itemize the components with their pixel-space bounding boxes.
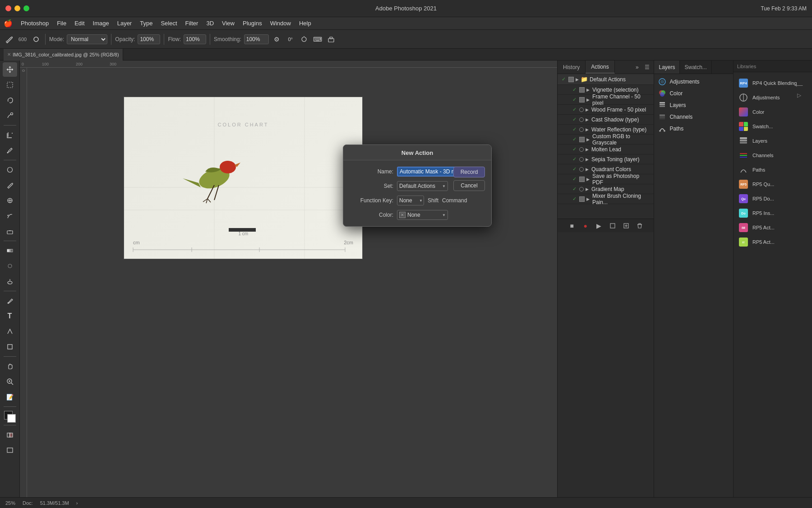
menu-window[interactable]: Window [267, 19, 295, 28]
close-button[interactable] [5, 5, 11, 11]
menu-type[interactable]: Type [136, 19, 156, 28]
create-set-btn[interactable] [608, 221, 618, 231]
menu-filter[interactable]: Filter [182, 19, 202, 28]
record-button[interactable]: Record [453, 167, 485, 177]
lasso-tool[interactable] [3, 93, 17, 107]
nav-icon-2[interactable]: ▷ [795, 91, 803, 99]
stop-recording-btn[interactable]: ■ [567, 221, 577, 231]
lib-rp5-act[interactable]: rr RP5 Act... [734, 235, 812, 249]
color-select-display[interactable]: ✕ None ▼ [397, 210, 448, 220]
menu-image[interactable]: Image [89, 19, 113, 28]
actions-tab[interactable]: Actions [586, 61, 614, 74]
eraser-tool[interactable] [3, 224, 17, 238]
clone-stamp-tool[interactable] [3, 193, 17, 208]
canvas-image-container[interactable]: COLOR CHART [124, 97, 363, 259]
menu-plugins[interactable]: Plugins [239, 19, 266, 28]
lib-paths[interactable]: Paths [734, 163, 812, 177]
action-frame-channel[interactable]: ✓ ▶ Frame Channel - 50 pixel [558, 95, 654, 105]
action-mixer-brush[interactable]: ✓ ▶ Mixer Brush Cloning Pain... [558, 194, 654, 204]
pen-tool[interactable] [3, 294, 17, 308]
path-select-tool[interactable] [3, 324, 17, 339]
action-molten-lead[interactable]: ✓ ▶ Molten Lead [558, 144, 654, 154]
lib-color[interactable]: Color [734, 105, 812, 119]
marquee-tool[interactable] [3, 78, 17, 92]
zoom-tool[interactable] [3, 374, 17, 389]
action-sepia-toning[interactable]: ✓ ▶ Sepia Toning (layer) [558, 154, 654, 164]
type-tool[interactable]: T [3, 309, 17, 323]
symmetry-btn[interactable]: ⌨ [312, 34, 323, 45]
lib-layers[interactable]: Layers [734, 134, 812, 148]
document-tab[interactable]: ✕ IMG_3816_color_calibrated.jpg @ 25% (R… [4, 49, 123, 61]
settings-btn[interactable]: ⚙ [272, 34, 282, 45]
layers-tab[interactable]: Layers [654, 61, 680, 74]
lib-rp5-ra[interactable]: RP5 RP5 Qu... [734, 177, 812, 191]
set-select[interactable]: Default Actions [397, 181, 448, 191]
lib-rp5-ins[interactable]: iM RP5 Act... [734, 220, 812, 235]
action-set-default[interactable]: ✓ ▶ 📁 Default Actions [558, 74, 654, 85]
action-custom-rgb[interactable]: ✓ ▶ Custom RGB to Grayscale [558, 135, 654, 144]
menu-photoshop[interactable]: Photoshop [17, 19, 52, 28]
layers-panel-item[interactable]: Layers [654, 99, 733, 111]
history-tab[interactable]: History [558, 61, 586, 74]
airbrush-btn[interactable] [299, 34, 309, 45]
smoothing-input[interactable] [244, 34, 269, 44]
action-cast-shadow[interactable]: ✓ ▶ Cast Shadow (type) [558, 115, 654, 125]
quick-mask-btn[interactable] [3, 428, 17, 442]
tab-close-icon[interactable]: ✕ [7, 52, 11, 57]
quick-select-tool[interactable] [3, 108, 17, 123]
notes-tool[interactable]: 📝 [3, 390, 17, 404]
lib-channels[interactable]: Channels [734, 148, 812, 163]
color-panel-item[interactable]: Color [654, 88, 733, 99]
panel-menu-btn[interactable]: ☰ [643, 63, 651, 71]
background-color[interactable] [7, 414, 16, 423]
delete-action-btn[interactable] [635, 221, 645, 231]
channels-panel-item[interactable]: Channels [654, 111, 733, 123]
brush-tool-btn[interactable] [4, 34, 14, 45]
color-swatches[interactable] [4, 411, 16, 423]
lib-swatch[interactable]: Swatch... [734, 119, 812, 134]
move-tool[interactable] [3, 62, 17, 77]
action-save-pdf[interactable]: ✓ ▶ Save as Photoshop PDF [558, 174, 654, 184]
cancel-button[interactable]: Cancel [453, 180, 485, 191]
menu-3d[interactable]: 3D [203, 19, 217, 28]
angle-btn[interactable]: 0° [285, 34, 296, 45]
play-action-btn[interactable]: ▶ [594, 221, 604, 231]
paths-panel-item[interactable]: Paths [654, 123, 733, 135]
new-action-btn[interactable] [621, 221, 631, 231]
apple-menu[interactable]: 🍎 [4, 19, 13, 28]
blur-tool[interactable] [3, 259, 17, 273]
lib-rp5-qu[interactable]: Qu RP5 Do... [734, 191, 812, 206]
history-brush-tool[interactable] [3, 209, 17, 223]
brush-size-btn[interactable]: 600 [17, 34, 28, 45]
traffic-lights[interactable] [5, 5, 29, 11]
canvas-area[interactable]: 0 100 200 300 0 COLOR CHART [20, 61, 557, 497]
minimize-button[interactable] [14, 5, 20, 11]
healing-tool[interactable] [3, 163, 17, 177]
brush-hardness-btn[interactable] [31, 34, 42, 45]
dodge-tool[interactable] [3, 274, 17, 289]
fn-key-select[interactable]: None [397, 196, 424, 205]
nav-icon-1[interactable]: ⟵ [795, 81, 803, 89]
menu-select[interactable]: Select [157, 19, 180, 28]
start-recording-btn[interactable]: ● [581, 221, 591, 231]
crop-tool[interactable] [3, 128, 17, 142]
maximize-button[interactable] [23, 5, 29, 11]
swatch-tab[interactable]: Swatch... [680, 61, 711, 74]
brush-tool[interactable] [3, 178, 17, 192]
menu-edit[interactable]: Edit [71, 19, 88, 28]
pressure-btn[interactable] [326, 34, 337, 45]
shape-tool[interactable] [3, 340, 17, 354]
menu-file[interactable]: File [53, 19, 70, 28]
gradient-tool[interactable] [3, 243, 17, 258]
status-arrow[interactable]: › [76, 500, 78, 506]
menu-help[interactable]: Help [295, 19, 315, 28]
hand-tool[interactable] [3, 359, 17, 373]
menu-layer[interactable]: Layer [114, 19, 136, 28]
action-wood-frame[interactable]: ✓ ▶ Wood Frame - 50 pixel [558, 105, 654, 115]
screen-mode-btn[interactable] [3, 443, 17, 457]
flow-input[interactable] [184, 34, 206, 44]
menu-view[interactable]: View [218, 19, 238, 28]
eyedropper-tool[interactable] [3, 143, 17, 158]
adjustments-panel-item[interactable]: Adjustments [654, 76, 733, 88]
lib-rp5-do[interactable]: Do RP5 Ins... [734, 206, 812, 220]
